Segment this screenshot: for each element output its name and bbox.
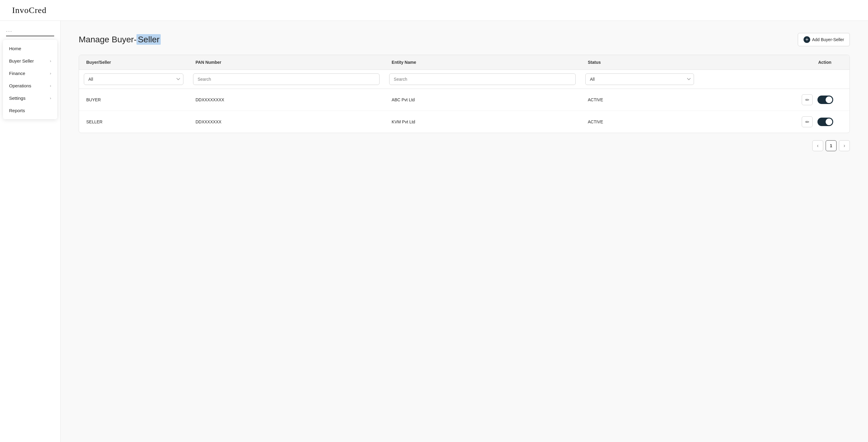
cell-pan-number: DDXXXXXXXX xyxy=(188,89,384,111)
status-toggle[interactable] xyxy=(817,96,833,104)
sidebar-divider xyxy=(6,36,54,36)
cell-buyer-seller: BUYER xyxy=(79,89,188,111)
page-title-highlight: Seller xyxy=(136,34,161,45)
cell-action: ✏ xyxy=(699,89,849,111)
table-row: BUYER DDXXXXXXXX ABC Pvt Ltd ACTIVE ✏ xyxy=(79,89,849,111)
filter-cell-entity xyxy=(384,70,581,89)
sidebar-item-operations[interactable]: Operations › xyxy=(3,79,57,92)
sidebar-dots: ... xyxy=(0,27,60,36)
page-title: Manage Buyer-Seller xyxy=(79,35,161,44)
chevron-left-icon: ‹ xyxy=(817,143,818,148)
sidebar-menu: Home Buyer Seller › Finance › Operations… xyxy=(3,40,57,119)
col-header-pan-number: PAN Number xyxy=(188,55,384,70)
sidebar-item-settings-label: Settings xyxy=(9,96,25,101)
filter-cell-action xyxy=(699,70,849,89)
cell-status: ACTIVE xyxy=(581,89,699,111)
main-content: Manage Buyer-Seller + Add Buyer-Seller B… xyxy=(61,21,868,442)
toggle-slider xyxy=(817,117,833,126)
chevron-right-icon: › xyxy=(50,83,51,88)
add-buyer-seller-label: Add Buyer-Seller xyxy=(812,37,844,42)
cell-buyer-seller: SELLER xyxy=(79,111,188,133)
cell-status: ACTIVE xyxy=(581,111,699,133)
app-logo: InvoCred xyxy=(12,5,46,15)
chevron-right-icon: › xyxy=(843,143,845,148)
filter-row: All BUYER SELLER xyxy=(79,70,849,89)
edit-button[interactable]: ✏ xyxy=(802,94,813,105)
add-buyer-seller-button[interactable]: + Add Buyer-Seller xyxy=(798,33,850,46)
filter-cell-status: All ACTIVE INACTIVE xyxy=(581,70,699,89)
edit-button[interactable]: ✏ xyxy=(802,116,813,127)
cell-pan-number: DDXXXXXXX xyxy=(188,111,384,133)
page-header: Manage Buyer-Seller + Add Buyer-Seller xyxy=(79,33,850,46)
col-header-entity-name: Entity Name xyxy=(384,55,581,70)
sidebar-item-finance[interactable]: Finance › xyxy=(3,67,57,79)
buyer-seller-table: Buyer/Seller PAN Number Entity Name Stat… xyxy=(79,55,849,133)
status-toggle[interactable] xyxy=(817,117,833,126)
sidebar-item-reports-label: Reports xyxy=(9,108,25,113)
chevron-right-icon: › xyxy=(50,96,51,100)
cell-entity-name: KVM Pvt Ltd xyxy=(384,111,581,133)
col-header-buyer-seller: Buyer/Seller xyxy=(79,55,188,70)
pan-search-input[interactable] xyxy=(193,73,379,85)
entity-search-input[interactable] xyxy=(389,73,576,85)
pencil-icon: ✏ xyxy=(805,97,809,103)
page-1-button[interactable]: 1 xyxy=(826,140,837,151)
next-page-button[interactable]: › xyxy=(839,140,850,151)
sidebar-item-operations-label: Operations xyxy=(9,83,31,88)
chevron-right-icon: › xyxy=(50,71,51,76)
prev-page-button[interactable]: ‹ xyxy=(812,140,823,151)
sidebar-item-home[interactable]: Home xyxy=(3,42,57,55)
sidebar-item-finance-label: Finance xyxy=(9,71,25,76)
header: InvoCred xyxy=(0,0,868,21)
sidebar-item-buyer-seller-label: Buyer Seller xyxy=(9,58,34,64)
table-row: SELLER DDXXXXXXX KVM Pvt Ltd ACTIVE ✏ xyxy=(79,111,849,133)
sidebar: ... Home Buyer Seller › Finance › Operat… xyxy=(0,21,61,442)
filter-cell-buyer-seller: All BUYER SELLER xyxy=(79,70,188,89)
toggle-slider xyxy=(817,96,833,104)
pagination: ‹ 1 › xyxy=(79,140,850,151)
page-number: 1 xyxy=(830,143,832,148)
app-layout: ... Home Buyer Seller › Finance › Operat… xyxy=(0,21,868,442)
pencil-icon: ✏ xyxy=(805,119,809,125)
cell-entity-name: ABC Pvt Ltd xyxy=(384,89,581,111)
sidebar-item-settings[interactable]: Settings › xyxy=(3,92,57,104)
status-filter-select[interactable]: All ACTIVE INACTIVE xyxy=(585,73,694,85)
table-container: Buyer/Seller PAN Number Entity Name Stat… xyxy=(79,55,850,133)
plus-icon: + xyxy=(804,36,810,43)
col-header-action: Action xyxy=(699,55,849,70)
cell-action: ✏ xyxy=(699,111,849,133)
chevron-right-icon: › xyxy=(50,59,51,63)
page-title-prefix: Manage Buyer- xyxy=(79,35,136,44)
sidebar-item-buyer-seller[interactable]: Buyer Seller › xyxy=(3,55,57,67)
filter-cell-pan xyxy=(188,70,384,89)
sidebar-item-reports[interactable]: Reports xyxy=(3,104,57,117)
col-header-status: Status xyxy=(581,55,699,70)
sidebar-item-home-label: Home xyxy=(9,46,21,51)
table-header-row: Buyer/Seller PAN Number Entity Name Stat… xyxy=(79,55,849,70)
buyer-seller-filter-select[interactable]: All BUYER SELLER xyxy=(84,73,183,85)
